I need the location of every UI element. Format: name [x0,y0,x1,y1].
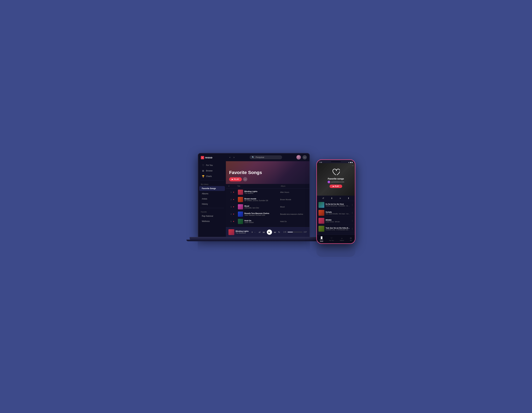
track-text: Hold On Justin Bieber [244,220,254,223]
phone-share-button[interactable]: ⬆ [348,197,350,200]
table-row[interactable]: 2 ♥ Brown munde AP Dhillon, Gminxr, Guri… [227,196,309,203]
phone-equalizer-button[interactable]: ≡ [340,197,341,200]
phone-bottom-nav: ▐▌ Music ♡ For You ⌕ Search ⊙ Me [317,234,355,243]
table-row[interactable]: 5 ♥ Hold On Justin Bieber Hold On [227,218,309,225]
phone-action-row: ↺ ⬇ ≡ ⬆ [317,196,355,201]
avatar[interactable] [296,155,301,160]
phone-username: user9455860241565 [331,181,344,183]
phone-nav-for-you[interactable]: ♡ For You [328,236,335,242]
phone-track-more-button[interactable]: ⋮ [351,228,353,230]
previous-button[interactable]: ⏮ [263,231,265,233]
phone-hero: ··· Favorite songs user9455860241565 ▶ [317,163,355,196]
top-bar: ‹ › 🔍 Pesquisar ··· [226,153,309,161]
progress-track[interactable] [288,232,302,232]
play-triangle-icon: ▶ [232,178,233,180]
track-favorite-icon[interactable]: ♥ [233,213,238,215]
track-favorite-icon[interactable]: ♥ [233,206,238,208]
phone-playlist-title: Favorite songs [318,177,354,180]
phone-play-button[interactable]: ▶ PLAY [330,184,342,188]
nav-item-for-you[interactable]: ♡ For You [199,163,225,168]
phone-track-info: Surtada Olk, Dadá Boladão, Tati Zaqui · … [326,211,350,215]
hero-content: Favorite Songs ▶ PLAY ··· [226,161,309,184]
phone-track-more-button[interactable]: ⋮ [351,204,353,206]
phone-hero-content: Favorite songs user9455860241565 ▶ PLAY [317,163,355,189]
hero-more-button[interactable]: ··· [243,177,247,181]
phone-track-more-button[interactable]: ⋮ [351,212,353,214]
list-item[interactable]: Eu Sei de Cor (Ao Vivo) Marilia Mendonça… [317,201,355,209]
track-favorite-icon[interactable]: ♥ [233,198,238,201]
track-number: 1 [229,191,233,193]
now-playing: Blinding Lights The Weekend [228,229,250,235]
nav-item-wellness[interactable]: Wellness [199,219,225,224]
player-side-left: ♥ ··· [252,231,256,233]
charts-icon: 🏆 [202,175,204,178]
phone-user-avatar [328,181,330,183]
nav-item-artists[interactable]: Artists [199,196,225,201]
shuffle-button[interactable]: ⇄ [259,231,261,233]
main-content: ‹ › 🔍 Pesquisar ··· [226,153,309,237]
track-favorite-icon[interactable]: ♥ [233,220,238,223]
track-number: 3 [229,206,233,208]
track-info: Bewafa Tera Masoom Chehra Jubin Nautiyal… [238,211,280,217]
phone-play-icon: ▶ [333,185,334,187]
nav-underline [320,241,323,242]
heart-outline-icon [332,168,340,176]
laptop-bottom [186,240,321,241]
laptop-reflection [198,241,310,251]
track-info: Mood 24KGoldn, Iann Dior [238,204,280,210]
back-button[interactable]: ‹ [228,156,231,159]
table-row[interactable]: 4 ♥ Bewafa Tera Masoom Chehra Jubin Naut… [227,211,309,218]
nav-item-browse[interactable]: ⊞ Browse [199,168,225,173]
play-pause-button[interactable]: ▶ [267,229,272,235]
for-you-icon: ♡ [331,237,333,239]
next-button[interactable]: ⏭ [274,231,276,233]
player-favorite-button[interactable]: ♥ [252,231,253,233]
hero-actions: ▶ PLAY ··· [229,177,306,181]
top-bar-right: ··· [296,155,307,160]
player-more-button[interactable]: ··· [254,231,256,233]
track-favorite-icon[interactable]: ♥ [233,191,238,193]
sidebar: r resso ♡ For You ⊞ Browse [198,153,226,237]
search-icon: ⌕ [341,237,342,239]
phone-track-more-button[interactable]: ⋮ [351,220,353,222]
logo: r resso [198,156,226,163]
list-item[interactable]: BRABA Luísa Sonza · BRABA ⋮ [317,217,355,225]
phone-track-info: Tudo Que Vai um Dia Volta (Ao... Gusttav… [326,227,350,230]
phone-rewind-button[interactable]: ↺ [322,197,324,200]
more-options-button[interactable]: ··· [303,155,307,159]
track-text: Mood 24KGoldn, Iann Dior [244,205,259,209]
phone-nav-me[interactable]: ⊙ Me [349,236,353,242]
nav-item-history[interactable]: History [199,202,225,206]
logo-icon: r [201,156,204,159]
phone-screen: ··· Favorite songs user9455860241565 ▶ [317,163,355,239]
nav-item-charts[interactable]: 🏆 Charts [199,174,225,179]
phone-nav-music[interactable]: ▐▌ Music [319,236,325,242]
track-info: Blinding Lights The weeknd [238,190,280,195]
table-row[interactable]: 3 ♥ Mood 24KGoldn, Iann Dior Mood [227,203,309,211]
phone-track-info: Eu Sei de Cor (Ao Vivo) Marilia Mendonça… [326,203,350,207]
logo-text: resso [205,156,212,159]
track-number: 5 [229,220,233,222]
forward-button[interactable]: › [233,156,235,159]
music-icon: ▐▌ [320,236,323,239]
nav-item-albums[interactable]: Albums [199,191,225,196]
table-row[interactable]: 1 ♥ Blinding Lights The weeknd After [227,189,309,196]
nav-item-favorite-songs[interactable]: Favorite Songs [199,186,225,191]
profile-icon: ⊙ [350,237,352,239]
list-item[interactable]: Surtada Olk, Dadá Boladão, Tati Zaqui · … [317,209,355,217]
phone-track-info: BRABA Luísa Sonza · BRABA [326,219,350,223]
search-bar[interactable]: 🔍 Pesquisar [250,155,282,159]
track-text: Brown munde AP Dhillon, Gminxr, Gurinder… [244,198,268,202]
track-thumbnail [238,197,243,202]
player-controls: ⇄ ⏮ ▶ ⏭ ↻ [257,229,281,235]
progress-bar[interactable]: 1:05 3:07 [283,231,307,233]
repeat-button[interactable]: ↻ [278,231,280,233]
phone-download-button[interactable]: ⬇ [331,197,333,200]
phone: 7:49 ▲ ◼ ◼ ··· Favorite songs [316,159,355,244]
phone-reflection [316,244,355,257]
list-item[interactable]: Tudo Que Vai um Dia Volta (Ao... Gusttav… [317,225,355,233]
hero-play-button[interactable]: ▶ PLAY [229,177,242,181]
track-thumbnail [238,219,243,224]
phone-nav-search[interactable]: ⌕ Search [339,236,345,242]
nav-item-rap-national[interactable]: Rap National [199,214,225,219]
